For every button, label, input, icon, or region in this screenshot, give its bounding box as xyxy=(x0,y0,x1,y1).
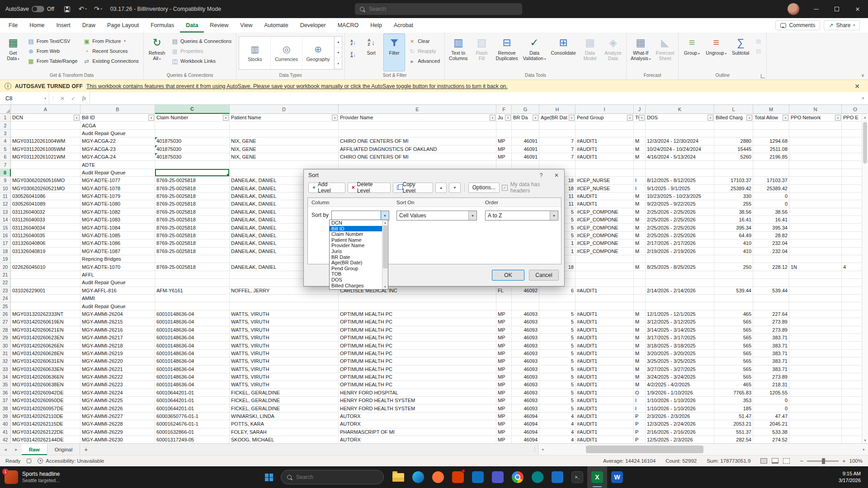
undo-button[interactable]: ↶▾ xyxy=(75,0,90,18)
zoom-slider-thumb[interactable] xyxy=(822,458,825,464)
cell-M12[interactable]: 0 xyxy=(753,200,789,208)
cell-J6[interactable]: M xyxy=(634,153,646,161)
cell-C4[interactable]: 401875030 xyxy=(155,137,230,145)
cell-K23[interactable]: 2/14/2026 - 2/14/2026 xyxy=(646,287,714,295)
cell-E27[interactable]: OPTIMUM HEALTH PC xyxy=(339,318,496,326)
cell-J25[interactable] xyxy=(634,302,646,310)
cell-C34[interactable]: 60010148636-04 xyxy=(155,373,230,381)
row-header-10[interactable]: 10 xyxy=(0,185,11,192)
excel-icon[interactable]: X xyxy=(587,466,607,488)
cell-A3[interactable] xyxy=(11,130,80,137)
gallery-tile-geography[interactable]: ⊕Geography xyxy=(302,37,334,69)
cell-C17[interactable]: 8769-25-0025818 xyxy=(155,239,230,247)
cell-L40[interactable]: 2053.21 xyxy=(714,420,753,428)
cell-L39[interactable]: 51.47 xyxy=(714,413,753,420)
cell-K29[interactable]: 3/17/2025 - 3/17/2025 xyxy=(646,334,714,342)
cell-A22[interactable] xyxy=(11,279,80,286)
cell-G25[interactable] xyxy=(512,302,539,310)
cell-A25[interactable] xyxy=(11,302,80,310)
ribbon-button-sort-a-to-z[interactable]: AZ↓ xyxy=(347,37,359,48)
cell-C15[interactable]: 8769-25-0025818 xyxy=(155,224,230,231)
sort-field-option-pend-group[interactable]: Pend Group xyxy=(330,266,382,272)
cell-M10[interactable]: 25389.42 xyxy=(753,185,789,192)
search-box[interactable] xyxy=(355,3,522,15)
taskbar-search[interactable] xyxy=(281,470,384,484)
cell-B40[interactable]: MGY-AMMI-26228 xyxy=(80,420,155,428)
cell-I25[interactable] xyxy=(576,302,634,310)
cell-E28[interactable]: OPTIMUM HEALTH PC xyxy=(339,326,496,334)
cell-C21[interactable] xyxy=(155,271,230,279)
col-header-M[interactable]: M xyxy=(753,105,789,114)
sort-field-option-bill-id[interactable]: Bill ID xyxy=(330,226,382,232)
user-avatar[interactable] xyxy=(788,3,799,15)
cell-H36[interactable]: 5 xyxy=(539,389,576,397)
ribbon-button-refresh-all[interactable]: ↻RefreshAll▾ xyxy=(146,33,168,71)
row-header-21[interactable]: 21 xyxy=(0,271,11,279)
horizontal-scrollbar[interactable]: ◂ ▸ xyxy=(538,444,868,455)
cell-H24[interactable] xyxy=(539,295,576,302)
cell-J1[interactable]: TO▾ xyxy=(634,114,646,122)
cell-H33[interactable]: 5 xyxy=(539,366,576,373)
cell-I27[interactable]: #AUDIT1 xyxy=(576,318,634,326)
cell-K11[interactable]: 10/23/2025 - 10/23/2025 xyxy=(646,192,714,200)
cell-M23[interactable]: 539.44 xyxy=(753,287,789,295)
cell-D38[interactable]: FICKEL, GERALDINE xyxy=(230,404,339,412)
cell-A17[interactable]: 031326040806 xyxy=(11,239,80,247)
gallery-down-icon[interactable]: ▼ xyxy=(335,47,342,58)
cell-H7[interactable] xyxy=(539,161,576,169)
app-teal-icon[interactable] xyxy=(528,466,547,488)
cell-I19[interactable] xyxy=(576,255,634,263)
row-header-13[interactable]: 13 xyxy=(0,208,11,216)
cell-N33[interactable] xyxy=(789,366,842,373)
cell-C7[interactable] xyxy=(155,161,230,169)
cell-G34[interactable]: 46093 xyxy=(512,373,539,381)
row-header-4[interactable]: 4 xyxy=(0,137,11,145)
filter-button-claim-number[interactable]: ▾ xyxy=(223,115,229,121)
cell-E1[interactable]: Provider Name▾ xyxy=(339,114,496,122)
cell-L32[interactable]: 565 xyxy=(714,357,753,365)
cell-B42[interactable]: MGY-AMMI-26230 xyxy=(80,436,155,443)
cell-G7[interactable] xyxy=(512,161,539,169)
cell-J7[interactable] xyxy=(634,161,646,169)
cell-D30[interactable]: WATTS, VIRUTH xyxy=(230,342,339,349)
cell-G1[interactable]: BR Da▾ xyxy=(512,114,539,122)
cell-I26[interactable]: #AUDIT1 xyxy=(576,310,634,318)
gallery-tile-currencies[interactable]: ◎Currencies xyxy=(271,37,302,69)
cell-B8[interactable]: Audit Repair Queue xyxy=(80,169,155,177)
cell-C10[interactable]: 8769-25-0025818 xyxy=(155,185,230,192)
cell-F34[interactable]: MP xyxy=(496,373,512,381)
redo-button[interactable]: ↷▾ xyxy=(90,0,106,18)
cell-D3[interactable] xyxy=(230,130,339,137)
cell-M17[interactable]: 232.04 xyxy=(753,239,789,247)
cell-M35[interactable]: 218.31 xyxy=(753,381,789,389)
cell-L36[interactable]: 7765.83 xyxy=(714,389,753,397)
cell-N7[interactable] xyxy=(789,161,842,169)
cell-M41[interactable]: 533.38 xyxy=(753,428,789,436)
cell-K21[interactable] xyxy=(646,271,714,279)
cell-D5[interactable]: NIX, GENE xyxy=(230,145,339,153)
cell-K30[interactable]: 3/18/2025 - 3/18/2025 xyxy=(646,342,714,349)
cell-A15[interactable]: 031126040034 xyxy=(11,224,80,231)
cell-B32[interactable]: MGY-AMMI-26220 xyxy=(80,357,155,365)
cell-G42[interactable]: 46094 xyxy=(512,436,539,443)
cell-B14[interactable]: MGY-ADTE-1083 xyxy=(80,216,155,224)
filter-button-total-allow[interactable]: ▾ xyxy=(783,115,788,121)
cell-K28[interactable]: 3/14/2025 - 3/14/2025 xyxy=(646,326,714,334)
cell-F24[interactable] xyxy=(496,295,512,302)
cell-B31[interactable]: MGY-AMMI-26219 xyxy=(80,350,155,357)
sort-field-option-dcn[interactable]: DCN xyxy=(330,220,382,226)
cell-D40[interactable]: POTTS, KARA xyxy=(230,420,339,428)
tab-automate[interactable]: Automate xyxy=(258,18,294,33)
cell-B34[interactable]: MGY-AMMI-26222 xyxy=(80,373,155,381)
cell-H41[interactable]: 4 xyxy=(539,428,576,436)
cell-M20[interactable]: 228.12 xyxy=(753,263,789,271)
cell-K10[interactable]: 9/1/2025 - 9/1/2025 xyxy=(646,185,714,192)
move-up-button[interactable]: ▲ xyxy=(435,183,447,193)
cell-K41[interactable]: 2/16/2026 - 2/16/2026 xyxy=(646,428,714,436)
cell-E3[interactable] xyxy=(339,130,496,137)
cell-H23[interactable]: 6 xyxy=(539,287,576,295)
row-header-38[interactable]: 38 xyxy=(0,404,11,412)
cell-F3[interactable] xyxy=(496,130,512,137)
cell-N11[interactable] xyxy=(789,192,842,200)
cell-L28[interactable]: 565 xyxy=(714,326,753,334)
